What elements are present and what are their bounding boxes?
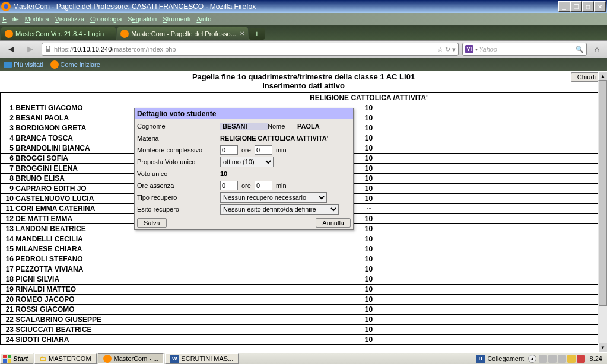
menu-strumenti[interactable]: Strumenti <box>163 15 190 23</box>
assenza-ore-input[interactable] <box>220 181 238 190</box>
tray-links-label[interactable]: Collegamenti <box>487 355 525 362</box>
table-row[interactable]: 16 PEDROLI STEFANO10 <box>1 254 607 264</box>
proposta-select[interactable]: ottimo (10) <box>220 157 274 167</box>
window-titlebar: MasterCom - Pagelle del Professore: CASA… <box>0 0 607 13</box>
tray-expand-icon[interactable]: ◂ <box>528 355 536 363</box>
student-name-cell: 15 MILANESE CHIARA <box>1 244 131 254</box>
taskbar-item-firefox[interactable]: MasterCom - ... <box>98 353 164 364</box>
taskbar-item-word[interactable]: W SCRUTINI MAS... <box>165 353 239 364</box>
minimize-button[interactable]: _ <box>558 1 570 12</box>
cancel-button[interactable]: Annulla <box>316 218 351 228</box>
student-grade-cell: 10 <box>131 325 607 335</box>
assenza-label: Ore assenza <box>137 182 220 189</box>
table-row[interactable]: 20 ROMEO JACOPO10 <box>1 295 607 305</box>
student-name-cell: 23 SCIUCCATI BEATRICE <box>1 325 131 335</box>
table-row[interactable]: 18 PIGNI SILVIA10 <box>1 274 607 285</box>
esito-select[interactable]: Nessun esito definito/da definire <box>220 204 339 215</box>
student-name-cell: 19 RINALDI MATTEO <box>1 285 131 295</box>
save-button[interactable]: Salva <box>137 218 167 228</box>
table-row[interactable]: 23 SCIUCCATI BEATRICE10 <box>1 325 607 335</box>
menu-aiuto[interactable]: Aiuto <box>196 15 211 23</box>
bookmark-getting-started[interactable]: Come iniziare <box>50 60 100 69</box>
student-name-cell: 10 CASTELNUOVO LUCIA <box>1 194 131 204</box>
search-icon[interactable]: 🔍 <box>576 46 584 53</box>
ore-label-2: ore <box>241 182 251 189</box>
student-grade-cell: 10 <box>131 264 607 274</box>
materia-value: RELIGIONE CATTOLICA /ATTIVITA' <box>220 135 328 142</box>
firefox-icon <box>5 30 13 38</box>
firefox-icon <box>120 30 129 38</box>
bookmark-folder-icon <box>4 60 12 69</box>
tab-strip: MasterCom Ver. 21.8.4 - Login MasterCom … <box>0 25 607 40</box>
student-name-cell: 22 SCALABRINO GIUSEPPE <box>1 315 131 325</box>
table-row[interactable]: 21 ROSSI GIACOMO10 <box>1 305 607 315</box>
url-scheme: https:// <box>54 46 74 53</box>
close-tab-icon[interactable]: ✕ <box>239 30 246 37</box>
student-grade-cell: 10 <box>131 335 607 345</box>
table-row[interactable]: 19 RINALDI MATTEO10 <box>1 285 607 295</box>
student-name-cell: 20 ROMEO JACOPO <box>1 295 131 305</box>
back-button[interactable]: ◄ <box>4 43 19 56</box>
proposta-label: Proposta Voto unico <box>137 158 220 165</box>
word-icon: W <box>170 355 179 363</box>
bookmark-most-visited[interactable]: Più visitati <box>4 60 43 69</box>
table-row[interactable]: 24 SIDOTI CHIARA10 <box>1 335 607 345</box>
new-tab-button[interactable]: + <box>249 28 265 40</box>
firefox-icon <box>1 2 11 11</box>
browser-tab-2[interactable]: MasterCom - Pagelle del Professo... ✕ <box>117 27 248 40</box>
language-indicator[interactable]: IT <box>476 355 485 363</box>
tab-label: MasterCom Ver. 21.8.4 - Login <box>15 30 104 37</box>
menu-segnalibri[interactable]: Segnalibri <box>128 15 157 23</box>
student-grade-cell: 10 <box>131 234 607 244</box>
bookmark-star-icon[interactable]: ☆ <box>437 46 443 53</box>
student-name-cell: 1 BENETTI GIACOMO <box>1 103 131 113</box>
taskbar-item-folder[interactable]: 🗀 MASTERCOM <box>34 353 97 364</box>
clock[interactable]: 8.24 <box>587 355 605 362</box>
close-window-button[interactable]: ✕ <box>594 1 606 12</box>
home-button[interactable]: ⌂ <box>590 43 603 56</box>
forward-button[interactable]: ► <box>23 43 38 56</box>
page-heading-row: Pagella fine 1o quadrimestre/trimestre d… <box>0 71 607 81</box>
menu-modifica[interactable]: Modifica <box>25 15 49 23</box>
start-button[interactable]: Start <box>0 353 33 364</box>
tray-icon[interactable] <box>567 355 576 363</box>
firefox-icon <box>50 60 59 69</box>
student-grade-cell: 10 <box>131 315 607 325</box>
browser-tab-1[interactable]: MasterCom Ver. 21.8.4 - Login <box>1 27 116 40</box>
restore-button[interactable]: ❐ <box>570 1 582 12</box>
reload-icon[interactable]: ↻ <box>445 46 450 53</box>
menu-cronologia[interactable]: Cronologia <box>90 15 122 23</box>
vertical-scrollbar[interactable]: ▲ ▼ <box>598 71 607 352</box>
maximize-button[interactable]: □ <box>582 1 594 12</box>
min-label-2: min <box>276 182 287 189</box>
student-name-cell: 9 CAPRARO EDITH JO <box>1 184 131 194</box>
student-grade-cell: 10 <box>131 285 607 295</box>
nav-toolbar: ◄ ► https://10.10.10.240/mastercom/index… <box>0 40 607 58</box>
monteore-min-input[interactable] <box>255 145 272 155</box>
table-row[interactable]: 17 PEZZOTTA VIVIANA10 <box>1 264 607 274</box>
menu-file[interactable]: File <box>2 15 19 23</box>
svg-rect-0 <box>46 49 50 52</box>
windows-flag-icon <box>3 355 11 363</box>
folder-icon: 🗀 <box>40 355 46 362</box>
menu-visualizza[interactable]: Visualizza <box>55 15 84 23</box>
scroll-thumb[interactable] <box>599 81 607 306</box>
url-dropdown-icon[interactable]: ▾ <box>452 46 456 53</box>
tipo-select[interactable]: Nessun recupero necessario <box>220 192 327 203</box>
engine-dropdown-icon[interactable]: ▾ <box>475 47 478 52</box>
search-box[interactable]: Y! ▾ Yahoo 🔍 <box>462 43 587 56</box>
tray-icon[interactable] <box>539 355 547 363</box>
url-bar[interactable]: https://10.10.10.240/mastercom/index.php… <box>42 43 459 56</box>
table-row[interactable]: 15 MILANESE CHIARA10 <box>1 244 607 254</box>
tray-icon[interactable] <box>577 355 585 363</box>
student-name-cell: 18 PIGNI SILVIA <box>1 274 131 285</box>
tray-icon[interactable] <box>558 355 566 363</box>
scroll-up-button[interactable]: ▲ <box>598 71 607 81</box>
assenza-min-input[interactable] <box>255 181 272 190</box>
bookmarks-bar: Più visitati Come iniziare <box>0 58 607 71</box>
monteore-ore-input[interactable] <box>220 145 238 155</box>
table-row[interactable]: 14 MANDELLI CECILIA10 <box>1 234 607 244</box>
scroll-down-button[interactable]: ▼ <box>598 343 607 352</box>
tray-icon[interactable] <box>548 355 557 363</box>
table-row[interactable]: 22 SCALABRINO GIUSEPPE10 <box>1 315 607 325</box>
